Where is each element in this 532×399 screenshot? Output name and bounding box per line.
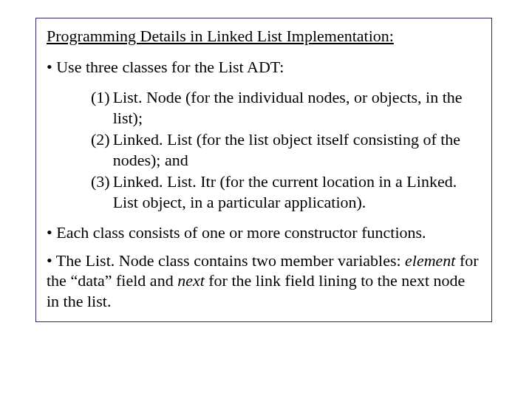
item-number: (2) <box>91 129 110 170</box>
emphasis-next: next <box>177 271 205 290</box>
text-run: The List. Node class contains two member… <box>56 251 405 270</box>
page-title: Programming Details in Linked List Imple… <box>47 26 481 47</box>
content-frame: Programming Details in Linked List Imple… <box>35 18 492 322</box>
bullet-marker: • <box>47 223 56 242</box>
bullet-text: Each class consists of one or more const… <box>56 223 426 242</box>
bullet-marker: • <box>47 58 56 76</box>
numbered-list: (1) List. Node (for the individual nodes… <box>91 87 481 212</box>
item-number: (1) <box>91 87 110 128</box>
list-item: (1) List. Node (for the individual nodes… <box>91 87 481 128</box>
list-item: (3) Linked. List. Itr (for the current l… <box>91 171 481 212</box>
bullet-members: • The List. Node class contains two memb… <box>47 250 481 312</box>
item-text: Linked. List. Itr (for the current locat… <box>113 171 481 212</box>
item-number: (3) <box>91 171 110 212</box>
bullet-marker: • <box>47 251 56 270</box>
bullet-text: Use three classes for the List ADT: <box>56 58 284 76</box>
emphasis-element: element <box>405 251 455 270</box>
list-item: (2) Linked. List (for the list object it… <box>91 129 481 170</box>
bullet-constructors: • Each class consists of one or more con… <box>47 222 481 243</box>
item-text: Linked. List (for the list object itself… <box>113 129 481 170</box>
bullet-classes: • Use three classes for the List ADT: <box>47 57 481 78</box>
item-text: List. Node (for the individual nodes, or… <box>113 87 481 128</box>
